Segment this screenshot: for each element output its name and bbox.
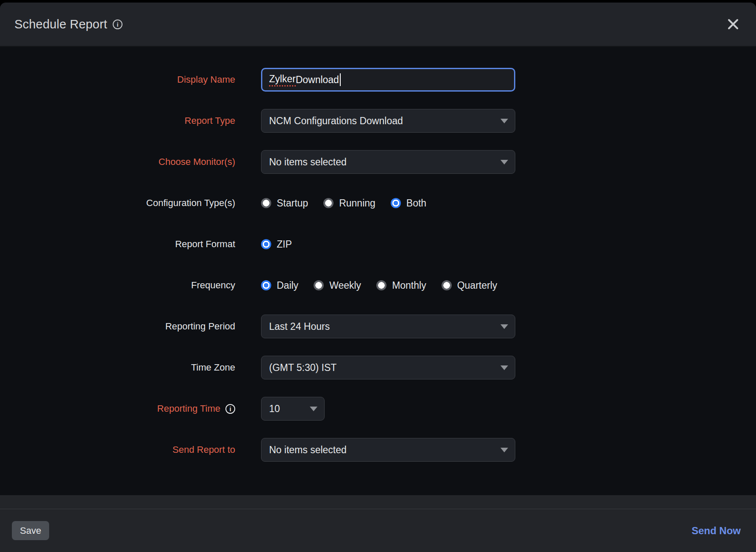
- form-row-report-format: Report Format ZIP: [0, 232, 756, 256]
- radio-icon-startup: [261, 198, 271, 208]
- choose-monitors-select[interactable]: No items selected: [261, 150, 515, 174]
- radio-option-daily[interactable]: Daily: [261, 280, 298, 291]
- choose-monitors-value: No items selected: [269, 156, 347, 168]
- info-icon[interactable]: [225, 404, 235, 414]
- radio-option-running[interactable]: Running: [323, 198, 375, 209]
- close-button[interactable]: [725, 16, 742, 33]
- report-format-label: Report Format: [0, 239, 235, 250]
- dialog-header: Schedule Report: [0, 3, 756, 47]
- radio-option-monthly[interactable]: Monthly: [376, 280, 426, 291]
- form-row-display-name: Display Name Zylker Download: [0, 68, 756, 92]
- radio-icon-quarterly: [442, 280, 452, 290]
- configuration-types-radio-group: Startup Running Both: [261, 198, 426, 209]
- radio-icon-daily: [261, 280, 271, 290]
- time-zone-label: Time Zone: [0, 362, 235, 373]
- time-zone-select[interactable]: (GMT 5:30) IST: [261, 356, 515, 379]
- dialog-footer: Save Send Now: [0, 495, 756, 552]
- input-text-misspelled: Zylker: [269, 73, 296, 86]
- reporting-period-value: Last 24 Hours: [269, 321, 330, 332]
- time-zone-value: (GMT 5:30) IST: [269, 362, 336, 374]
- configuration-types-label: Configuration Type(s): [0, 198, 235, 209]
- display-name-label: Display Name: [0, 74, 235, 85]
- schedule-report-dialog: Schedule Report Display Name Zylker Down…: [0, 3, 756, 552]
- form-row-reporting-period: Reporting Period Last 24 Hours: [0, 315, 756, 338]
- report-type-value: NCM Configurations Download: [269, 115, 403, 127]
- reporting-time-label: Reporting Time: [0, 403, 235, 414]
- radio-icon-both: [391, 198, 401, 208]
- frequency-label: Frequency: [0, 280, 235, 291]
- form-row-choose-monitors: Choose Monitor(s) No items selected: [0, 150, 756, 174]
- radio-option-both[interactable]: Both: [391, 198, 426, 209]
- input-text: Download: [296, 74, 339, 86]
- report-format-radio-group: ZIP: [261, 239, 292, 250]
- radio-option-weekly[interactable]: Weekly: [314, 280, 361, 291]
- footer-content: Save Send Now: [0, 509, 756, 552]
- reporting-period-label: Reporting Period: [0, 321, 235, 332]
- reporting-period-select[interactable]: Last 24 Hours: [261, 315, 515, 338]
- report-type-select[interactable]: NCM Configurations Download: [261, 109, 515, 133]
- radio-icon-weekly: [314, 280, 324, 290]
- radio-icon-zip: [261, 239, 271, 249]
- chevron-down-icon: [500, 448, 508, 452]
- radio-icon-monthly: [376, 280, 386, 290]
- chevron-down-icon: [500, 365, 508, 370]
- close-x-icon: [727, 18, 739, 31]
- form-row-configuration-types: Configuration Type(s) Startup Running Bo…: [0, 191, 756, 215]
- send-report-to-select[interactable]: No items selected: [261, 438, 515, 462]
- chevron-down-icon: [500, 324, 508, 329]
- radio-option-zip[interactable]: ZIP: [261, 239, 292, 250]
- report-type-label: Report Type: [0, 115, 235, 126]
- radio-icon-running: [323, 198, 334, 208]
- dialog-body: Display Name Zylker Download Report Type…: [0, 47, 756, 495]
- reporting-time-value: 10: [269, 403, 280, 415]
- radio-option-startup[interactable]: Startup: [261, 198, 308, 209]
- text-caret: [340, 73, 341, 86]
- send-report-to-label: Send Report to: [0, 444, 235, 455]
- form-row-report-type: Report Type NCM Configurations Download: [0, 109, 756, 133]
- send-report-to-value: No items selected: [269, 444, 347, 456]
- frequency-radio-group: Daily Weekly Monthly Quarterly: [261, 280, 497, 291]
- form-row-send-report-to: Send Report to No items selected: [0, 438, 756, 462]
- form-row-frequency: Frequency Daily Weekly Monthly Quarterl: [0, 273, 756, 297]
- chevron-down-icon: [500, 160, 508, 164]
- choose-monitors-label: Choose Monitor(s): [0, 156, 235, 167]
- info-icon[interactable]: [113, 20, 122, 29]
- chevron-down-icon: [310, 407, 317, 411]
- reporting-time-select[interactable]: 10: [261, 397, 325, 421]
- display-name-input[interactable]: Zylker Download: [261, 68, 515, 92]
- radio-option-quarterly[interactable]: Quarterly: [442, 280, 498, 291]
- chevron-down-icon: [500, 119, 508, 123]
- send-now-link[interactable]: Send Now: [692, 525, 741, 537]
- form-row-time-zone: Time Zone (GMT 5:30) IST: [0, 356, 756, 379]
- page-title: Schedule Report: [14, 17, 107, 31]
- save-button[interactable]: Save: [12, 521, 49, 540]
- form-row-reporting-time: Reporting Time 10: [0, 397, 756, 421]
